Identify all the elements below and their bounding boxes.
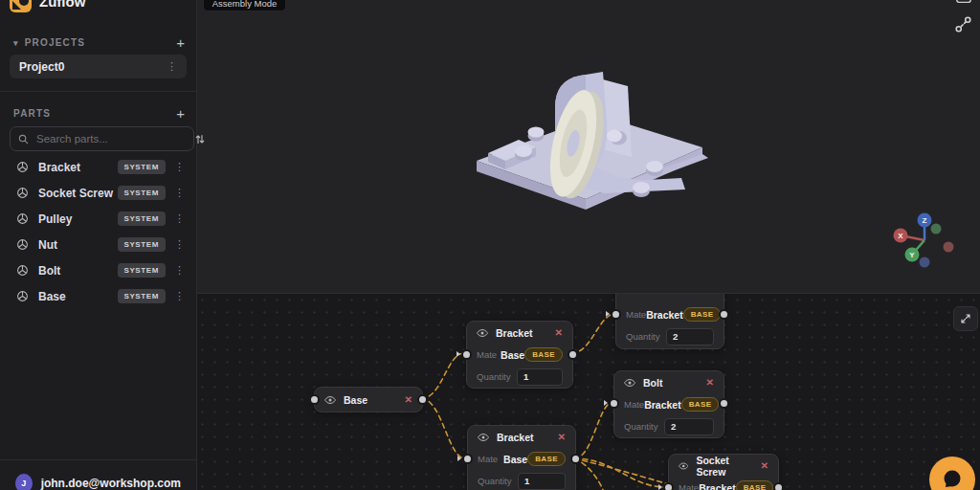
projects-header-label: PROJECTS [25, 37, 86, 48]
output-port[interactable] [721, 400, 727, 407]
parts-section-header: PARTS + [13, 105, 185, 122]
svg-text:Y: Y [909, 251, 915, 259]
node-editor-panel[interactable]: Base ✕ Bracket ✕ Mate Base BASE Quantity [196, 293, 980, 490]
visibility-eye-icon[interactable] [477, 327, 488, 339]
parts-search[interactable] [10, 126, 194, 151]
system-badge: SYSTEM [118, 160, 167, 174]
input-port[interactable] [611, 400, 617, 407]
user-email: john.doe@workshop.com [41, 477, 181, 490]
visibility-eye-icon[interactable] [679, 460, 688, 472]
part-row-bolt[interactable]: Bolt SYSTEM ⋮ [0, 257, 196, 283]
input-arrow [457, 456, 461, 461]
sort-parts-button[interactable] [194, 133, 206, 145]
node-bracket-1[interactable]: Bracket ✕ Mate Base BASE Quantity [466, 321, 573, 389]
quantity-input[interactable] [664, 418, 714, 435]
quantity-input[interactable] [666, 328, 714, 345]
axis-gizmo[interactable]: Z X Y [888, 203, 961, 276]
quantity-input[interactable] [517, 368, 563, 386]
sidebar-divider [0, 459, 196, 460]
expand-panel-button[interactable] [953, 306, 978, 331]
close-icon[interactable]: ✕ [558, 432, 566, 442]
svg-text:Z: Z [923, 216, 927, 225]
part-icon [16, 290, 29, 302]
output-port[interactable] [419, 396, 426, 403]
part-menu-icon[interactable]: ⋮ [174, 213, 185, 224]
axis-y-negative [931, 224, 942, 234]
part-row-nut[interactable]: Nut SYSTEM ⋮ [0, 232, 196, 257]
system-badge: SYSTEM [118, 289, 167, 303]
search-input[interactable] [34, 132, 186, 145]
add-project-button[interactable]: + [176, 34, 185, 51]
input-port[interactable] [311, 396, 318, 403]
part-name: Base [38, 290, 118, 303]
quantity-label: Quantity [478, 476, 516, 486]
close-icon[interactable]: ✕ [405, 394, 412, 405]
system-badge: SYSTEM [118, 237, 167, 252]
sidebar-divider [0, 91, 196, 92]
quantity-input[interactable] [518, 473, 566, 490]
part-name: Nut [38, 238, 118, 252]
viewport-3d[interactable]: Assembly Mode [196, 0, 980, 293]
part-menu-icon[interactable]: ⋮ [174, 239, 185, 250]
parts-header-label: PARTS [13, 108, 51, 119]
output-port[interactable] [572, 456, 579, 462]
node-socket-screw[interactable]: Socket Screw ✕ Mate Bracket BASE [668, 454, 779, 490]
project-item[interactable]: Project0 ⋮ [10, 55, 187, 78]
projects-section-header: ▾ PROJECTS + [13, 34, 185, 51]
node-bolt[interactable]: Bolt ✕ Mate Bracket BASE Quantity [613, 370, 724, 438]
mate-value: Bracket [646, 309, 683, 321]
close-icon[interactable]: ✕ [761, 460, 768, 471]
close-icon[interactable]: ✕ [555, 327, 563, 338]
project-menu-icon[interactable]: ⋮ [167, 61, 177, 72]
chevron-down-icon[interactable]: ▾ [13, 38, 19, 48]
route-icon[interactable] [954, 15, 972, 33]
base-badge: BASE [736, 480, 774, 490]
base-badge: BASE [527, 452, 566, 466]
output-port[interactable] [775, 484, 782, 490]
user-account[interactable]: J john.doe@workshop.com [0, 471, 196, 490]
part-row-base[interactable]: Base SYSTEM ⋮ [0, 283, 196, 309]
axis-z-negative [920, 257, 930, 268]
part-row-socket-screw[interactable]: Socket Screw SYSTEM ⋮ [0, 180, 196, 206]
visibility-eye-icon[interactable] [478, 432, 489, 443]
input-port[interactable] [464, 456, 471, 462]
output-port[interactable] [569, 351, 576, 358]
part-menu-icon[interactable]: ⋮ [174, 188, 185, 198]
model-pulley-bracket [459, 65, 718, 223]
input-port[interactable] [612, 311, 619, 318]
add-part-button[interactable]: + [176, 105, 185, 122]
output-port[interactable] [721, 311, 727, 318]
input-port[interactable] [665, 484, 672, 490]
mate-label: Mate [624, 399, 644, 410]
part-name: Bracket [38, 161, 118, 174]
close-icon[interactable]: ✕ [706, 377, 714, 388]
mate-value: Bracket [644, 399, 681, 411]
part-menu-icon[interactable]: ⋮ [174, 265, 185, 276]
visibility-eye-icon[interactable] [624, 377, 635, 389]
display-icon[interactable] [956, 0, 971, 6]
input-arrow [606, 311, 610, 317]
app-logo: Zuflow [10, 0, 85, 12]
base-badge: BASE [524, 347, 563, 362]
mate-value: Base [503, 454, 527, 465]
part-name: Pulley [38, 212, 118, 226]
search-icon [18, 134, 29, 145]
node-base[interactable]: Base ✕ [314, 387, 423, 412]
part-menu-icon[interactable]: ⋮ [174, 291, 185, 301]
part-menu-icon[interactable]: ⋮ [174, 162, 185, 172]
assembly-mode-button[interactable]: Assembly Mode [203, 0, 286, 11]
part-icon [16, 264, 29, 277]
mate-label: Mate [679, 482, 699, 490]
mate-label: Mate [477, 349, 501, 360]
part-row-bracket[interactable]: Bracket SYSTEM ⋮ [0, 154, 196, 180]
chat-bubble-icon [940, 467, 965, 490]
input-port[interactable] [463, 351, 470, 358]
app-title: Zuflow [39, 0, 85, 10]
axis-y-handle: Y [905, 248, 920, 262]
node-bracket-top[interactable]: Mate Bracket BASE Quantity [615, 293, 724, 349]
visibility-eye-icon[interactable] [324, 394, 336, 406]
node-bracket-2[interactable]: Bracket ✕ Mate Base BASE Quantity [467, 425, 576, 490]
part-row-pulley[interactable]: Pulley SYSTEM ⋮ [0, 206, 196, 232]
part-icon [16, 212, 29, 225]
axis-x-handle: X [894, 229, 908, 243]
